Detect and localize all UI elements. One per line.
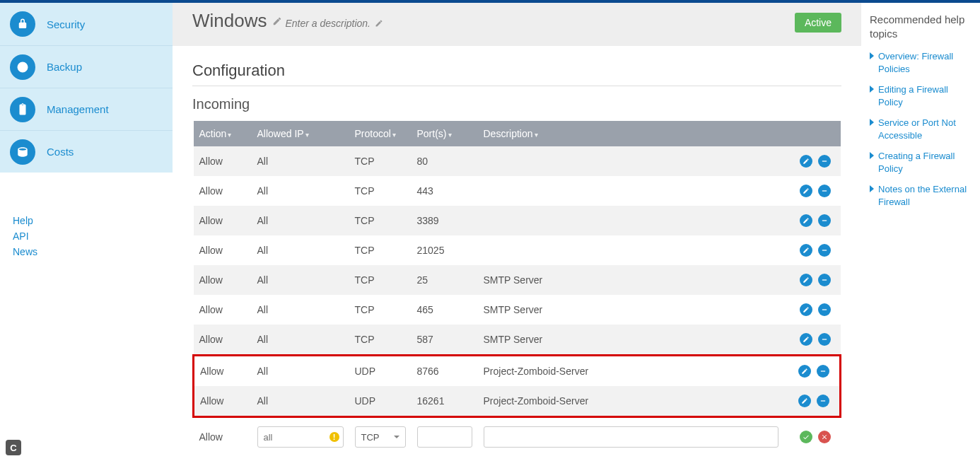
edit-rule-button[interactable] xyxy=(800,303,812,316)
protocol-select[interactable]: TCP xyxy=(355,426,406,448)
help-link-label: Notes on the External Firewall xyxy=(878,183,974,208)
edit-title-icon[interactable] xyxy=(272,16,282,26)
svg-rect-0 xyxy=(822,161,826,161)
sidebar-item-costs[interactable]: Costs xyxy=(0,130,173,173)
page-description-placeholder[interactable]: Enter a description. xyxy=(285,18,371,29)
add-rule-row: Allow!TCP xyxy=(194,417,841,457)
cell-ports: 16261 xyxy=(412,386,478,417)
clock-icon xyxy=(10,54,35,80)
cell-ports: 3389 xyxy=(412,206,478,235)
cell-protocol: TCP xyxy=(349,325,412,356)
ports-input[interactable] xyxy=(417,426,472,448)
edit-rule-button[interactable] xyxy=(800,244,812,257)
help-title: Recommended help topics xyxy=(870,13,974,40)
chevron-right-icon xyxy=(870,52,874,59)
cookie-badge[interactable]: C xyxy=(6,440,21,455)
status-badge[interactable]: Active xyxy=(795,13,841,33)
chevron-right-icon xyxy=(870,86,874,93)
confirm-rule-button[interactable] xyxy=(800,431,812,443)
cell-ip: All xyxy=(252,265,349,295)
cell-description: SMTP Server xyxy=(478,295,784,325)
delete-rule-button[interactable] xyxy=(818,333,831,346)
edit-rule-button[interactable] xyxy=(800,185,812,197)
col-allowed-ip[interactable]: Allowed IP▾ xyxy=(252,121,349,146)
sidebar-item-security[interactable]: Security xyxy=(0,3,173,45)
cell-action: Allow xyxy=(194,386,252,417)
cell-action: Allow xyxy=(194,146,252,176)
svg-rect-6 xyxy=(822,339,826,339)
description-input[interactable] xyxy=(484,426,778,448)
help-panel: Recommended help topics Overview: Firewa… xyxy=(861,3,980,461)
table-row: AllowAllTCP443 xyxy=(194,176,841,206)
cell-description xyxy=(478,206,784,235)
sidebar-link-news[interactable]: News xyxy=(13,246,173,257)
cell-protocol: TCP xyxy=(349,235,412,265)
cell-ports: 80 xyxy=(412,146,478,176)
delete-rule-button[interactable] xyxy=(817,395,829,407)
cancel-rule-button[interactable] xyxy=(818,431,831,443)
cell-description: SMTP Server xyxy=(478,325,784,356)
cell-protocol: TCP xyxy=(349,206,412,235)
edit-rule-button[interactable] xyxy=(800,155,812,168)
delete-rule-button[interactable] xyxy=(818,244,831,257)
edit-description-icon[interactable] xyxy=(375,19,383,28)
help-link[interactable]: Editing a Firewall Policy xyxy=(870,83,974,108)
cell-protocol: TCP xyxy=(349,176,412,206)
edit-rule-button[interactable] xyxy=(798,365,811,378)
sidebar-link-api[interactable]: API xyxy=(13,230,173,242)
svg-rect-5 xyxy=(822,309,826,310)
edit-rule-button[interactable] xyxy=(798,395,811,407)
help-link[interactable]: Service or Port Not Accessible xyxy=(870,117,974,141)
cell-ip: All xyxy=(252,176,349,206)
table-row: AllowAllTCP21025 xyxy=(194,235,841,265)
cell-ports: 25 xyxy=(412,265,478,295)
delete-rule-button[interactable] xyxy=(818,303,831,316)
sidebar-item-label: Management xyxy=(47,103,109,115)
cell-protocol: TCP xyxy=(349,295,412,325)
delete-rule-button[interactable] xyxy=(818,214,831,227)
help-link[interactable]: Notes on the External Firewall xyxy=(870,183,974,208)
cell-action: Allow xyxy=(194,235,252,265)
sidebar-item-backup[interactable]: Backup xyxy=(0,45,173,88)
sidebar-item-label: Costs xyxy=(47,146,74,158)
delete-rule-button[interactable] xyxy=(818,155,831,168)
cell-description xyxy=(478,235,784,265)
col-description[interactable]: Description▾ xyxy=(478,121,784,146)
sidebar-link-help[interactable]: Help xyxy=(13,215,173,226)
sidebar-item-label: Security xyxy=(47,18,85,30)
cell-protocol: TCP xyxy=(349,265,412,295)
warning-icon: ! xyxy=(329,432,339,442)
page-title: Windows xyxy=(192,10,267,32)
edit-rule-button[interactable] xyxy=(800,333,812,346)
cell-action: Allow xyxy=(194,176,252,206)
edit-rule-button[interactable] xyxy=(800,274,812,286)
col-protocol[interactable]: Protocol▾ xyxy=(349,121,412,146)
svg-rect-8 xyxy=(821,400,825,401)
delete-rule-button[interactable] xyxy=(817,365,829,378)
main: Windows Enter a description. Active Conf… xyxy=(173,3,861,461)
cell-ports: 21025 xyxy=(412,235,478,265)
lock-icon xyxy=(10,11,35,37)
cell-protocol: TCP xyxy=(349,146,412,176)
table-row: AllowAllTCP587SMTP Server xyxy=(194,325,841,356)
help-link[interactable]: Creating a Firewall Policy xyxy=(870,150,974,175)
incoming-title: Incoming xyxy=(192,96,841,112)
table-row: AllowAllTCP25SMTP Server xyxy=(194,265,841,295)
svg-rect-2 xyxy=(822,220,826,221)
help-link-label: Creating a Firewall Policy xyxy=(878,150,974,175)
cell-ports: 587 xyxy=(412,325,478,356)
svg-rect-4 xyxy=(822,279,826,280)
cell-description: SMTP Server xyxy=(478,265,784,295)
sidebar-item-management[interactable]: Management xyxy=(0,88,173,130)
cell-description xyxy=(478,146,784,176)
delete-rule-button[interactable] xyxy=(818,185,831,197)
cell-description: Project-Zomboid-Server xyxy=(478,386,784,417)
edit-rule-button[interactable] xyxy=(800,214,812,227)
delete-rule-button[interactable] xyxy=(818,274,831,286)
chevron-right-icon xyxy=(870,185,874,192)
table-row: AllowAllUDP8766Project-Zomboid-Server xyxy=(194,356,841,387)
help-link[interactable]: Overview: Firewall Policies xyxy=(870,50,974,75)
col-action[interactable]: Action▾ xyxy=(194,121,252,146)
col-ports[interactable]: Port(s)▾ xyxy=(412,121,478,146)
cell-action: Allow xyxy=(194,356,252,387)
